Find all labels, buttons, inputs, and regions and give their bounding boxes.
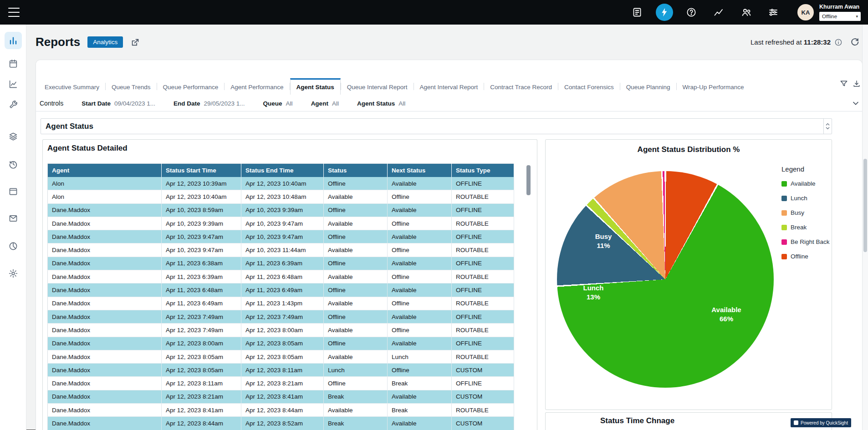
table-cell: Apr 12, 2023 8:21am (241, 377, 324, 390)
table-scrollbar-thumb[interactable] (526, 165, 531, 195)
nav-line-chart[interactable] (5, 76, 22, 93)
nav-tools[interactable] (5, 96, 22, 113)
control-end-date[interactable]: End Date29/05/2023 1... (174, 100, 245, 107)
table-row[interactable]: Dane.MaddoxApr 12, 2023 7:49amApr 12, 20… (48, 310, 514, 323)
chevron-down-icon[interactable] (851, 99, 860, 108)
table-row[interactable]: Dane.MaddoxApr 12, 2023 8:11amApr 12, 20… (48, 377, 514, 390)
info-icon[interactable] (834, 38, 842, 46)
control-value[interactable]: All (332, 100, 339, 107)
bolt-icon[interactable] (656, 4, 673, 21)
legend-busy[interactable]: Busy (781, 209, 832, 216)
refresh-icon[interactable] (850, 37, 860, 47)
sliders-icon[interactable] (768, 7, 779, 18)
col-status-start-time[interactable]: Status Start Time (162, 164, 241, 177)
table-cell: Apr 12, 2023 8:00am (162, 337, 241, 350)
nav-donut-chart[interactable] (5, 238, 22, 255)
control-value[interactable]: 09/04/2023 1... (114, 100, 155, 107)
note-icon[interactable] (632, 7, 643, 18)
table-row[interactable]: Dane.MaddoxApr 10, 2023 9:39amApr 10, 20… (48, 217, 514, 230)
metrics-icon[interactable] (713, 7, 724, 18)
filter-icon[interactable] (839, 79, 848, 88)
table-cell: Offline (324, 377, 388, 390)
control-queue[interactable]: QueueAll (263, 100, 293, 107)
user-status-select[interactable]: Offline ▾ (819, 12, 861, 21)
powered-by-quicksight-badge[interactable]: Powered by QuickSight (791, 418, 851, 427)
tab-contact-forensics[interactable]: Contact Forensics (558, 78, 620, 95)
nav-calendar[interactable] (5, 55, 22, 72)
col-status[interactable]: Status (324, 164, 388, 177)
legend-offline[interactable]: Offline (781, 253, 832, 260)
table-row[interactable]: Dane.MaddoxApr 12, 2023 8:05amApr 12, 20… (48, 350, 514, 363)
table-row[interactable]: Dane.MaddoxApr 12, 2023 8:21amApr 12, 20… (48, 390, 514, 403)
pie-chart[interactable] (557, 171, 774, 388)
control-label: Agent Status (357, 100, 395, 107)
table-row[interactable]: Dane.MaddoxApr 11, 2023 6:48amApr 11, 20… (48, 283, 514, 297)
table-row[interactable]: Dane.MaddoxApr 10, 2023 8:59amApr 10, 20… (48, 203, 514, 217)
avatar[interactable]: KA (797, 4, 814, 20)
table-cell: Apr 12, 2023 8:11am (241, 364, 324, 377)
download-icon[interactable] (852, 79, 861, 88)
external-link-icon[interactable] (130, 37, 140, 47)
table-cell: Available (324, 404, 388, 417)
legend-swatch (781, 181, 787, 187)
table-row[interactable]: Dane.MaddoxApr 12, 2023 8:44amApr 12, 20… (48, 417, 514, 430)
table-row[interactable]: AlonApr 12, 2023 10:40amApr 12, 2023 10:… (48, 190, 514, 203)
tab-queue-planning[interactable]: Queue Planning (620, 78, 676, 95)
col-agent[interactable]: Agent (48, 164, 162, 177)
nav-mail[interactable] (5, 210, 22, 227)
col-status-type[interactable]: Status Type (452, 164, 514, 177)
users-icon[interactable] (741, 7, 752, 18)
table-cell: Available (324, 217, 388, 230)
table-row[interactable]: Dane.MaddoxApr 12, 2023 7:49amApr 12, 20… (48, 324, 514, 337)
table-row[interactable]: Dane.MaddoxApr 10, 2023 9:47amApr 10, 20… (48, 243, 514, 257)
table-row[interactable]: Dane.MaddoxApr 11, 2023 6:49amApr 11, 20… (48, 297, 514, 310)
table-row[interactable]: Dane.MaddoxApr 11, 2023 6:39amApr 11, 20… (48, 270, 514, 283)
table-row[interactable]: Dane.MaddoxApr 12, 2023 8:41amApr 12, 20… (48, 404, 514, 417)
legend-lunch[interactable]: Lunch (781, 195, 832, 202)
nav-layers[interactable] (5, 128, 22, 145)
tab-queue-trends[interactable]: Queue Trends (106, 78, 157, 95)
agent-status-detailed-visual: Agent Status Detailed AgentStatus Start … (42, 139, 537, 430)
sheet-spinner[interactable] (823, 119, 832, 134)
table-row[interactable]: Dane.MaddoxApr 12, 2023 8:00amApr 12, 20… (48, 337, 514, 350)
sheet-tabs: Executive SummaryQueue TrendsQueue Perfo… (39, 78, 750, 95)
legend-be-right-back[interactable]: Be Right Back (781, 238, 832, 245)
help-icon[interactable] (686, 7, 697, 18)
nav-bar-chart[interactable] (5, 32, 22, 49)
control-agent-status[interactable]: Agent StatusAll (357, 100, 405, 107)
nav-gear[interactable] (5, 265, 22, 282)
page-scrollbar-thumb[interactable] (863, 159, 867, 252)
hamburger-menu-button[interactable] (8, 8, 20, 17)
control-agent[interactable]: AgentAll (311, 100, 339, 107)
table-row[interactable]: AlonApr 12, 2023 10:39amApr 12, 2023 10:… (48, 177, 514, 190)
table-row[interactable]: Dane.MaddoxApr 12, 2023 8:05amApr 12, 20… (48, 364, 514, 377)
legend-available[interactable]: Available (781, 180, 832, 187)
tab-agent-interval-report[interactable]: Agent Interval Report (414, 78, 484, 95)
control-value[interactable]: All (398, 100, 405, 107)
table-cell: Available (324, 243, 388, 257)
table-cell: Dane.Maddox (48, 203, 162, 217)
agent-status-distribution-visual: Agent Status Distribution % Busy11% Lunc… (545, 139, 832, 410)
nav-window[interactable] (5, 183, 22, 200)
page-scrollbar[interactable] (862, 25, 868, 430)
table-cell: ROUTABLE (452, 297, 514, 310)
tab-wrap-up-performance[interactable]: Wrap-Up Performance (677, 78, 750, 95)
tab-agent-performance[interactable]: Agent Performance (225, 78, 289, 95)
tab-executive-summary[interactable]: Executive Summary (39, 78, 105, 95)
legend-break[interactable]: Break (781, 224, 832, 231)
table-cell: Dane.Maddox (48, 297, 162, 310)
col-next-status[interactable]: Next Status (388, 164, 452, 177)
control-start-date[interactable]: Start Date09/04/2023 1... (82, 100, 155, 107)
table-row[interactable]: Dane.MaddoxApr 11, 2023 6:38amApr 11, 20… (48, 257, 514, 270)
tab-contract-trace-record[interactable]: Contract Trace Record (484, 78, 558, 95)
tab-queue-performance[interactable]: Queue Performance (157, 78, 225, 95)
tab-agent-status[interactable]: Agent Status (290, 78, 341, 95)
table-row[interactable]: Dane.MaddoxApr 10, 2023 9:47amApr 10, 20… (48, 230, 514, 243)
table-scrollbar[interactable] (526, 164, 531, 430)
col-status-end-time[interactable]: Status End Time (241, 164, 324, 177)
nav-history[interactable] (5, 156, 22, 173)
tab-queue-interval-report[interactable]: Queue Interval Report (341, 78, 414, 95)
control-value[interactable]: All (286, 100, 293, 107)
legend-label: Break (791, 224, 807, 231)
control-value[interactable]: 29/05/2023 1... (204, 100, 245, 107)
